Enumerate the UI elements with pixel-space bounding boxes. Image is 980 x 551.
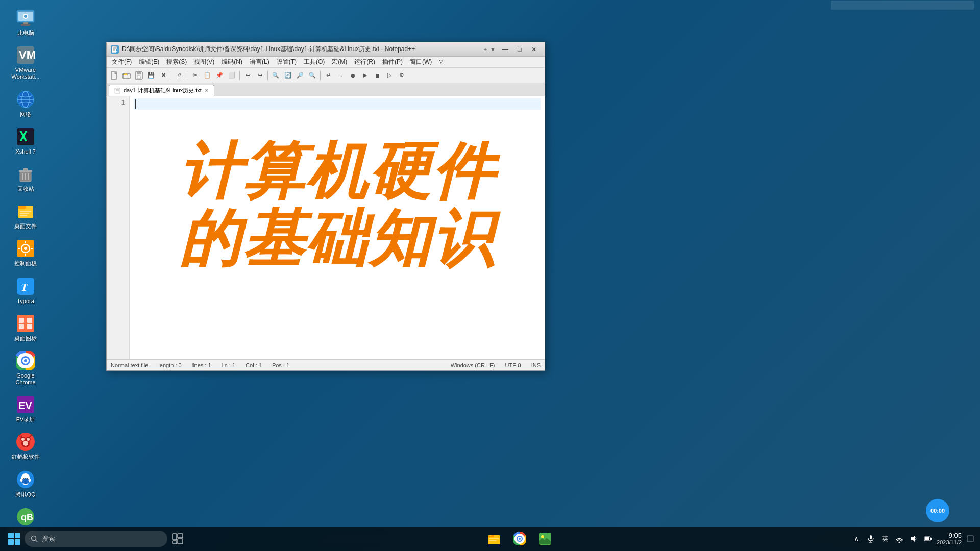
chinese-big-text: 计算机硬件 的基础知识 <box>130 137 545 272</box>
line-numbers: 1 <box>107 96 130 359</box>
tray-mic[interactable] <box>865 533 876 544</box>
tab-icon <box>114 87 120 94</box>
svg-rect-3 <box>21 24 30 26</box>
toolbar-copy-btn[interactable]: 📋 <box>202 70 213 81</box>
desktop-icon-picture[interactable]: 桌面文件 <box>5 198 46 232</box>
toolbar-undo-btn[interactable]: ↩ <box>242 70 253 81</box>
tray-volume[interactable] <box>908 533 919 544</box>
toolbar-cut-btn[interactable]: ✂ <box>189 70 201 81</box>
svg-rect-37 <box>27 324 32 329</box>
toolbar-close-btn[interactable]: ✖ <box>158 70 169 81</box>
desktop-icon-control[interactable]: 控制面板 <box>5 236 46 269</box>
svg-point-61 <box>23 478 24 479</box>
status-ins: INS <box>531 362 541 368</box>
menu-search[interactable]: 搜索(S) <box>163 57 190 67</box>
toolbar-settings-btn[interactable]: ⚙ <box>396 70 407 81</box>
toolbar-wrap-btn[interactable]: ↵ <box>323 70 334 81</box>
start-button[interactable] <box>4 529 24 549</box>
toolbar-saveall-btn[interactable]: 💾 <box>145 70 157 81</box>
top-search-bar[interactable] <box>831 1 974 10</box>
desktop-icon-typora[interactable]: T Typora <box>5 273 46 307</box>
taskbar-gallery[interactable] <box>534 528 556 549</box>
toolbar-indent-btn[interactable]: → <box>335 70 346 81</box>
menu-settings[interactable]: 设置(T) <box>274 57 300 67</box>
menu-macro[interactable]: 宏(M) <box>329 57 350 67</box>
tray-chevron[interactable]: ∧ <box>851 533 862 544</box>
toolbar-run-btn[interactable]: ▶ <box>359 70 371 81</box>
desktop-icon-xshell[interactable]: X Xshell 7 <box>5 124 46 157</box>
desktop-icon-mycomputer[interactable]: 此电脑 <box>5 5 46 38</box>
notepad-title-text: D:\同步空间\BaiduSyncdisk\讲师文件\备课资料\day1-Lin… <box>122 45 415 54</box>
menu-file[interactable]: 文件(F) <box>109 57 135 67</box>
tray-notification[interactable] <box>965 533 976 544</box>
taskbar-explorer[interactable] <box>483 528 505 549</box>
search-text: 搜索 <box>42 534 55 543</box>
tab-label: day1-计算机基础&Linux历史.txt <box>124 87 202 94</box>
toolbar-play-btn[interactable]: ▷ <box>384 70 395 81</box>
desktop-icon-evscreen[interactable]: EV EV录屏 <box>5 392 46 425</box>
menu-edit[interactable]: 编辑(E) <box>136 57 162 67</box>
menu-lang[interactable]: 语言(L) <box>247 57 273 67</box>
status-lines: lines : 1 <box>192 362 211 368</box>
taskbar-chrome[interactable] <box>509 528 530 549</box>
toolbar-selectall-btn[interactable]: ⬜ <box>226 70 237 81</box>
svg-rect-35 <box>19 324 24 329</box>
typora-icon: T <box>15 276 36 297</box>
taskbar-search[interactable]: 搜索 <box>24 531 167 547</box>
toolbar-zoomout-btn[interactable]: 🔍 <box>307 70 318 81</box>
svg-rect-77 <box>137 72 141 74</box>
desktop-icon-recycle[interactable]: 回收站 <box>5 161 46 194</box>
toolbar-paste-btn[interactable]: 📌 <box>214 70 225 81</box>
menu-encode[interactable]: 编码(N) <box>218 57 246 67</box>
editor-content[interactable]: 计算机硬件 的基础知识 <box>130 96 545 359</box>
svg-rect-109 <box>967 536 973 542</box>
desktop-icon-network[interactable]: 网络 <box>5 87 46 120</box>
desktop-icon-hongmayi[interactable]: 红蚂蚁软件 <box>5 429 46 462</box>
menu-window[interactable]: 窗口(W) <box>407 57 435 67</box>
desktop-icon-qq[interactable]: 腾讯QQ <box>5 467 46 500</box>
toolbar-replace-btn[interactable]: 🔄 <box>282 70 293 81</box>
toolbar-sep4 <box>267 71 268 80</box>
chinese-text-line2: 的基础知识 <box>179 205 496 272</box>
tray-network[interactable] <box>894 533 905 544</box>
menu-tools[interactable]: 工具(O) <box>301 57 328 67</box>
svg-rect-88 <box>173 534 177 540</box>
time-circle-widget[interactable]: 00:00 <box>926 499 949 522</box>
maximize-button[interactable]: □ <box>513 44 526 55</box>
picture-icon <box>15 201 36 222</box>
tray-lang[interactable]: 英 <box>879 533 891 544</box>
toolbar-open-btn[interactable] <box>121 70 132 81</box>
tab-close-btn[interactable]: ✕ <box>205 88 209 93</box>
menu-help[interactable]: ? <box>436 58 446 67</box>
notepad-tab-active[interactable]: day1-计算机基础&Linux历史.txt ✕ <box>109 85 214 96</box>
desktop-icon-vmware[interactable]: VM VMwareWorkstati... <box>5 42 46 82</box>
vmware-icon: VM <box>15 44 36 66</box>
svg-rect-83 <box>15 533 20 538</box>
svg-point-51 <box>27 438 30 441</box>
xshell-label: Xshell 7 <box>15 148 35 155</box>
toolbar-new-btn[interactable] <box>109 70 120 81</box>
task-view-button[interactable] <box>167 529 188 549</box>
toolbar-find-btn[interactable]: 🔍 <box>270 70 281 81</box>
close-button[interactable]: ✕ <box>527 44 541 55</box>
desktop-icon-chrome[interactable]: GoogleChrome <box>5 348 46 388</box>
toolbar-redo-btn[interactable]: ↪ <box>254 70 265 81</box>
toolbar-record-btn[interactable]: ⏹ <box>372 70 383 81</box>
menu-run[interactable]: 运行(R) <box>351 57 378 67</box>
toolbar-macro-btn[interactable]: ⏺ <box>347 70 358 81</box>
menu-plugin[interactable]: 插件(P) <box>379 57 406 67</box>
svg-text:EV: EV <box>18 400 32 411</box>
svg-rect-23 <box>20 215 27 216</box>
chrome-icon <box>15 350 36 371</box>
desktop-icon-deskmap[interactable]: 桌面图标 <box>5 311 46 344</box>
toolbar-zoomin-btn[interactable]: 🔎 <box>295 70 306 81</box>
toolbar-print-btn[interactable]: 🖨 <box>174 70 185 81</box>
svg-point-62 <box>27 478 28 479</box>
svg-rect-107 <box>930 538 932 540</box>
vmware-label: VMwareWorkstati... <box>12 67 40 80</box>
menu-view[interactable]: 视图(V) <box>191 57 217 67</box>
tray-battery[interactable] <box>922 533 934 544</box>
toolbar-save-btn[interactable] <box>133 70 144 81</box>
minimize-button[interactable]: — <box>499 44 512 55</box>
clock[interactable]: 9:05 2023/11/2 <box>937 532 962 546</box>
